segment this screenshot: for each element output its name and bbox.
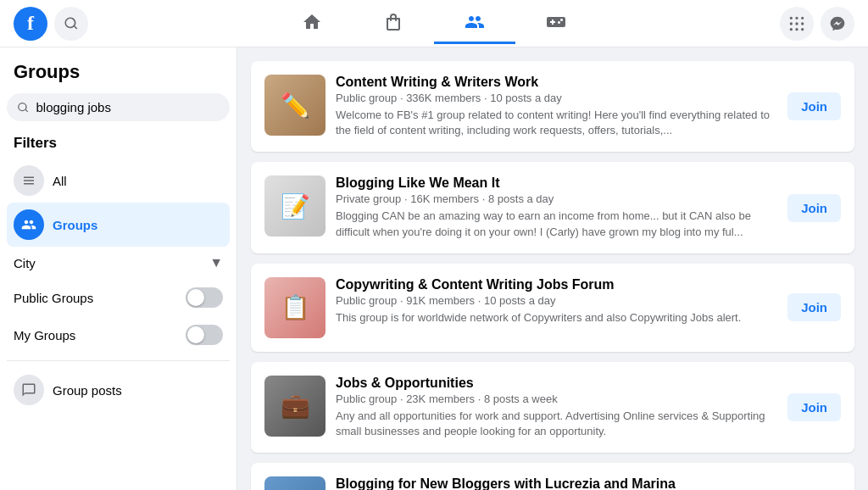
group-name-1: Content Writing & Writers Work [336,75,777,90]
group-posts-label: Group posts [53,383,122,398]
messenger-icon [829,15,846,32]
group-sep2-4: · [478,393,484,405]
gaming-icon [546,12,566,32]
divider [7,360,230,361]
group-name-2: Blogging Like We Mean It [336,175,777,191]
group-members-4: 23K members [406,393,475,405]
filter-groups-item[interactable]: Groups [7,203,230,247]
group-posts-2: 8 posts a day [488,192,554,205]
group-meta-2: Private group · 16K members · 8 posts a … [336,192,777,205]
nav-gaming-button[interactable] [515,3,597,44]
group-meta-1: Public group · 336K members · 10 posts a… [336,92,777,104]
group-image-3: 📋 [264,277,326,338]
group-posts-4: 8 posts a week [484,393,558,405]
group-info-1: Content Writing & Writers Work Public gr… [336,75,777,138]
group-card-4: 💼 Jobs & Opportunities Public group · 23… [251,362,854,453]
group-image-5: 🆕 [264,476,326,490]
filter-all-label: All [53,174,67,188]
top-navigation: f [0,0,868,47]
my-groups-toggle[interactable] [186,325,223,345]
group-posts-3: 10 posts a day [484,294,556,307]
nav-center [224,3,644,44]
groups-content: ✏️ Content Writing & Writers Work Public… [237,47,868,490]
filter-groups-label: Groups [53,218,97,232]
group-info-4: Jobs & Opportunities Public group · 23K … [336,376,777,439]
group-type-2: Private group [336,192,401,205]
group-desc-2: Blogging CAN be an amazing way to earn a… [336,209,777,239]
nav-left: f [14,7,224,41]
sub-filters: City ▼ Public Groups My Groups [7,247,230,354]
main-layout: Groups Filters All Groups [0,47,868,490]
group-desc-4: Any and all opportunities for work and s… [336,409,777,439]
messenger-button[interactable] [821,7,854,41]
group-card-3: 📋 Copywriting & Content Writing Jobs For… [251,264,854,352]
search-input-icon [17,101,30,114]
public-groups-toggle[interactable] [186,287,223,308]
group-posts-item[interactable]: Group posts [7,368,230,412]
home-icon [302,12,322,32]
group-card-5: 🆕 Blogging for New Bloggers with Lucrezi… [251,463,854,490]
group-image-2: 📝 [264,175,326,237]
group-img-inner-3: 📋 [264,277,326,338]
filters-label: Filters [7,135,230,159]
group-sep2-3: · [478,294,484,307]
group-img-inner-4: 💼 [264,376,326,437]
search-icon [64,16,79,31]
group-name-5: Blogging for New Bloggers with Lucrezia … [336,476,777,490]
group-members-3: 91K members [406,294,475,307]
group-image-1: ✏️ [264,75,326,136]
join-button-3[interactable]: Join [787,293,841,321]
group-info-5: Blogging for New Bloggers with Lucrezia … [336,476,777,490]
group-members-2: 16K members [410,192,479,205]
group-meta-3: Public group · 91K members · 10 posts a … [336,294,777,307]
sidebar-title: Groups [7,61,230,93]
group-img-inner-5: 🆕 [264,476,326,490]
group-desc-3: This group is for worldwide network of C… [336,310,777,326]
search-input[interactable] [36,100,220,114]
sub-filter-city-label: City [14,256,36,270]
group-desc-1: Welcome to FB's #1 group related to cont… [336,108,777,138]
apps-button[interactable] [780,7,814,41]
sub-filter-public-row: Public Groups [14,279,223,316]
groups-icon [465,12,485,32]
filter-groups-icon-box [14,209,44,240]
group-name-3: Copywriting & Content Writing Jobs Forum [336,277,777,292]
sub-filter-mygroups-label: My Groups [14,328,75,342]
group-sep2-2: · [482,192,488,205]
group-image-4: 💼 [264,376,326,437]
nav-groups-button[interactable] [434,3,515,44]
comment-icon [21,382,36,398]
city-chevron-icon[interactable]: ▼ [209,255,223,270]
filter-all-icon-box [14,165,44,196]
apps-icon [788,15,805,32]
groups-filter-icon [21,217,36,232]
join-button-2[interactable]: Join [787,194,841,222]
facebook-logo[interactable]: f [14,7,47,41]
group-img-inner-1: ✏️ [264,75,326,136]
search-button[interactable] [54,7,88,41]
search-box[interactable] [7,93,230,121]
group-info-3: Copywriting & Content Writing Jobs Forum… [336,277,777,326]
grid-icon [21,173,36,188]
group-posts-icon-box [14,375,44,405]
sub-filter-public-label: Public Groups [14,291,93,305]
group-img-inner-2: 📝 [264,175,326,237]
group-name-4: Jobs & Opportunities [336,376,777,391]
group-type-3: Public group [336,294,397,307]
filter-all-item[interactable]: All [7,159,230,203]
join-button-1[interactable]: Join [787,92,841,120]
sub-filter-mygroups-row: My Groups [14,316,223,354]
sidebar: Groups Filters All Groups [0,47,237,490]
join-button-4[interactable]: Join [787,393,841,421]
sub-filter-city-row: City ▼ [14,247,223,279]
group-card-2: 📝 Blogging Like We Mean It Private group… [251,162,854,253]
group-card-1: ✏️ Content Writing & Writers Work Public… [251,61,854,152]
group-type-4: Public group [336,393,397,405]
fb-logo-letter: f [27,12,34,35]
group-members-1: 336K members [406,92,481,104]
nav-marketplace-button[interactable] [353,3,434,44]
group-type-1: Public group [336,92,397,104]
nav-home-button[interactable] [271,3,353,44]
nav-right [644,7,854,41]
group-meta-4: Public group · 23K members · 8 posts a w… [336,393,777,405]
